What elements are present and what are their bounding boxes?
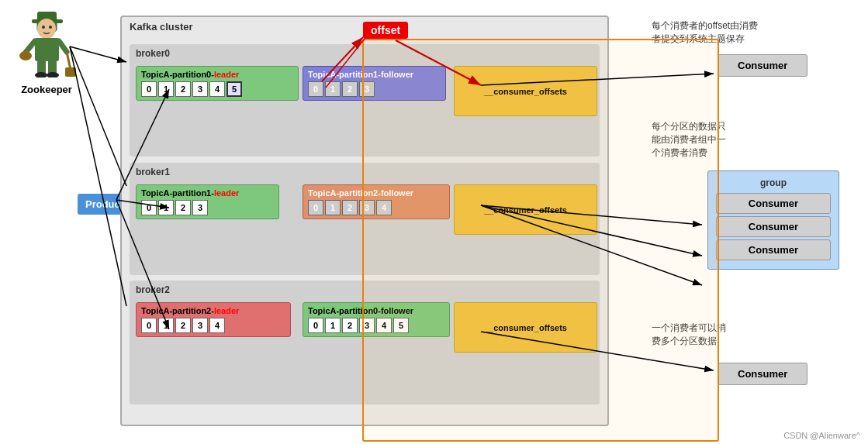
consumer-offsets-b2: __consumer_offsets bbox=[454, 302, 597, 353]
cells-b0-p1: 0 1 2 3 bbox=[308, 81, 441, 97]
svg-rect-10 bbox=[65, 67, 76, 77]
consumer-bottom: Consumer bbox=[718, 363, 807, 385]
annotation-bottom: 一个消费者可以消费多个分区数据 bbox=[652, 322, 814, 348]
cells-b2-p2: 0 1 2 3 4 bbox=[141, 318, 285, 333]
annotation-top: 每个消费者的offset由消费者提交到系统主题保存 bbox=[652, 19, 838, 46]
zookeeper-area: Zookeeper bbox=[4, 12, 89, 95]
broker2: broker2 TopicA-partition2-leader 0 1 2 3… bbox=[130, 281, 600, 404]
svg-point-5 bbox=[49, 26, 52, 29]
watermark: CSDN @Alienware^ bbox=[783, 431, 860, 440]
kafka-cluster-label: Kafka cluster bbox=[130, 21, 193, 33]
partition-b0-p1-follower: TopicA-partition1-follower 0 1 2 3 bbox=[303, 66, 446, 101]
offset-label: offset bbox=[363, 22, 408, 39]
svg-line-8 bbox=[59, 41, 67, 52]
consumer-group-item-1: Consumer bbox=[716, 216, 831, 237]
zookeeper-label: Zookeeper bbox=[4, 84, 89, 95]
cells-b0-p0: 0 1 2 3 4 5 bbox=[141, 81, 293, 97]
broker0-label: broker0 bbox=[136, 48, 593, 59]
partition-b2-p2-leader: TopicA-partition2-leader 0 1 2 3 4 bbox=[136, 302, 291, 337]
broker1: broker1 TopicA-partition1-leader 0 1 2 3… bbox=[130, 163, 600, 275]
group-label: group bbox=[716, 177, 831, 188]
kafka-cluster: Kafka cluster broker0 TopicA-partition0-… bbox=[120, 15, 609, 426]
cells-b2-p0: 0 1 2 3 4 5 bbox=[308, 318, 444, 333]
consumer-offsets-b0: __consumer_offsets bbox=[454, 66, 597, 116]
annotation-middle: 每个分区的数据只能由消费者组中一个消费者消费 bbox=[652, 120, 807, 159]
consumer-top: Consumer bbox=[718, 54, 807, 77]
partition-b2-p0-follower: TopicA-partition0-follower 0 1 2 3 4 5 bbox=[303, 302, 450, 337]
svg-point-3 bbox=[37, 19, 56, 39]
cells-b1-p2: 0 1 2 3 4 bbox=[308, 200, 444, 215]
zookeeper-figure bbox=[18, 12, 76, 77]
broker2-label: broker2 bbox=[136, 284, 593, 295]
svg-point-15 bbox=[19, 51, 32, 60]
consumer-offsets-b1: __consumer_offsets bbox=[454, 184, 597, 235]
partition-b0-p0-leader: TopicA-partition0-leader 0 1 2 3 4 5 bbox=[136, 66, 299, 101]
consumer-group-item-2: Consumer bbox=[716, 239, 831, 260]
cells-b1-p1: 0 1 2 3 bbox=[141, 200, 274, 215]
consumer-group-item-0: Consumer bbox=[716, 193, 831, 214]
partition-b1-p1-leader: TopicA-partition1-leader 0 1 2 3 bbox=[136, 184, 279, 219]
svg-rect-6 bbox=[35, 38, 59, 61]
broker0: broker0 TopicA-partition0-leader 0 1 2 3… bbox=[130, 44, 600, 157]
consumer-group-box: group Consumer Consumer Consumer bbox=[707, 170, 839, 270]
broker1-label: broker1 bbox=[136, 167, 593, 177]
svg-point-4 bbox=[42, 26, 45, 29]
partition-b1-p2-follower: TopicA-partition2-follower 0 1 2 3 4 bbox=[303, 184, 450, 219]
svg-line-9 bbox=[67, 52, 71, 70]
